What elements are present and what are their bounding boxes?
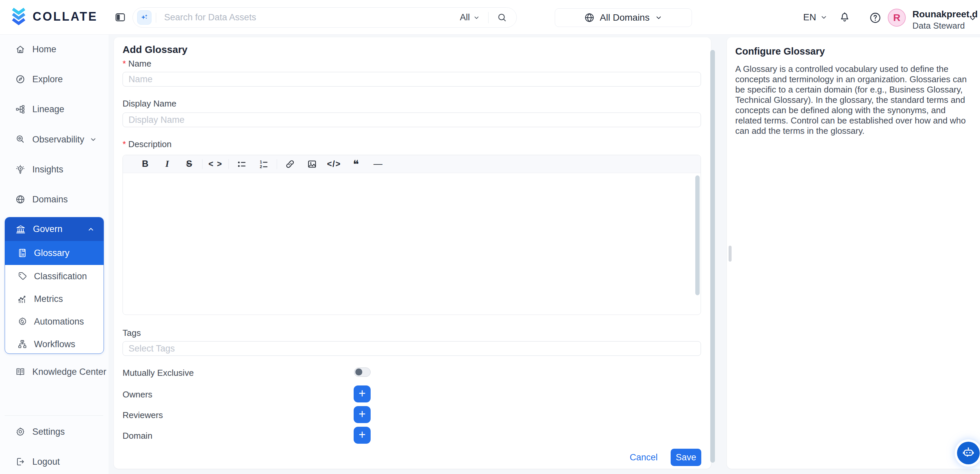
toggle-knob (355, 369, 362, 375)
numbered-list-icon: 1 2 (259, 159, 269, 169)
search-scope-dropdown[interactable]: All (460, 12, 480, 23)
sidebar-item-label: Observability (32, 135, 84, 145)
numbered-list-button[interactable]: 1 2 (253, 157, 275, 171)
sidebar-item-insights[interactable]: Insights (0, 159, 108, 180)
search-scope-label: All (460, 12, 470, 23)
sidebar-item-classification[interactable]: Classification (5, 265, 103, 288)
sparkle-icon (140, 13, 149, 22)
workflow-icon (18, 339, 27, 349)
chevron-down-icon (820, 13, 828, 21)
bold-button[interactable]: B (134, 157, 156, 171)
tags-icon (18, 271, 27, 281)
required-marker: * (123, 139, 126, 149)
name-input[interactable] (123, 72, 701, 87)
sidebar-item-knowledge-center[interactable]: Knowledge Center (0, 362, 108, 382)
bullet-list-icon (237, 159, 247, 169)
sidebar-item-logout[interactable]: Logout (0, 452, 108, 472)
sidebar-item-automations[interactable]: Automations (5, 310, 103, 333)
name-label: *Name (123, 59, 151, 69)
domains-filter-button[interactable]: All Domains (555, 8, 692, 27)
image-button[interactable] (301, 157, 323, 171)
chevron-down-icon (473, 14, 480, 21)
chat-assistant-button[interactable] (957, 442, 980, 464)
sidebar-item-label: Classification (34, 271, 87, 282)
lineage-icon (15, 104, 25, 114)
collate-logo[interactable]: COLLATE (10, 7, 97, 26)
glossary-book-icon (18, 248, 27, 258)
search-submit-icon[interactable] (497, 13, 507, 23)
panel-resize-handle[interactable] (729, 246, 732, 262)
sidebar-divider (5, 415, 103, 416)
sidebar-item-label: Metrics (34, 294, 63, 304)
notifications-button[interactable] (838, 11, 851, 24)
cancel-button[interactable]: Cancel (630, 452, 658, 463)
reviewers-label: Reviewers (123, 410, 163, 420)
strikethrough-button[interactable]: S (178, 157, 200, 171)
add-owner-button[interactable]: + (354, 385, 371, 402)
display-name-input[interactable] (123, 113, 701, 127)
main-content-scrollbar[interactable] (710, 50, 715, 463)
editor-toolbar: B I S < > 1 2 (123, 155, 701, 173)
horizontal-rule-button[interactable]: — (367, 157, 389, 171)
collate-logo-icon (10, 7, 28, 26)
govern-menu-card: Govern Glossary Classif (5, 217, 104, 354)
globe-icon (584, 12, 595, 23)
domains-filter-label: All Domains (600, 12, 649, 23)
user-name: Rounakpreet.d (912, 9, 978, 20)
sidebar-item-domains[interactable]: Domains (0, 189, 108, 209)
editor-scrollbar[interactable] (695, 175, 700, 295)
chevron-down-icon (89, 135, 97, 143)
sidebar-item-govern[interactable]: Govern (5, 217, 103, 241)
lightbulb-icon (15, 164, 25, 174)
sidebar-item-observability[interactable]: Observability (0, 129, 108, 150)
panel-title: Configure Glossary (735, 46, 825, 57)
inline-code-button[interactable]: < > (204, 157, 226, 171)
save-button[interactable]: Save (671, 449, 701, 466)
quote-button[interactable]: ❝ (345, 157, 367, 171)
toolbar-divider (202, 159, 202, 169)
sidebar-item-explore[interactable]: Explore (0, 69, 108, 89)
sidebar-item-label: Domains (32, 194, 68, 205)
description-label: *Description (123, 139, 172, 150)
sidebar-item-workflows[interactable]: Workflows (5, 333, 103, 354)
user-menu-chevron-icon[interactable] (968, 14, 977, 23)
tags-input[interactable] (123, 341, 701, 356)
global-search-bar[interactable]: All (132, 7, 517, 28)
add-glossary-form-card: Add Glossary *Name Display Name *Descrip… (114, 37, 711, 469)
link-button[interactable] (279, 157, 301, 171)
brand-name: COLLATE (33, 10, 97, 24)
sidebar-item-label: Automations (34, 317, 84, 327)
domain-label: Domain (123, 431, 153, 441)
language-selector[interactable]: EN (803, 12, 828, 23)
bank-icon (15, 224, 26, 235)
home-icon (15, 44, 25, 54)
help-button[interactable] (869, 12, 881, 24)
mutually-exclusive-toggle[interactable] (354, 367, 371, 377)
sidebar-item-label: Settings (32, 427, 65, 437)
app-screen: COLLATE All (0, 0, 980, 474)
sidebar-toggle-icon[interactable] (115, 12, 126, 23)
logout-icon (15, 457, 25, 467)
sidebar-item-lineage[interactable]: Lineage (0, 99, 108, 119)
open-book-icon (15, 367, 25, 377)
language-label: EN (803, 12, 816, 23)
sidebar-item-home[interactable]: Home (0, 39, 108, 59)
code-block-button[interactable]: </> (323, 157, 345, 171)
ai-search-icon[interactable] (137, 10, 151, 25)
user-avatar[interactable]: R (888, 9, 906, 27)
italic-button[interactable]: I (156, 157, 178, 171)
sidebar-item-glossary[interactable]: Glossary (5, 241, 103, 265)
description-editor-content[interactable] (123, 173, 701, 315)
search-input[interactable] (164, 12, 460, 23)
svg-text:2: 2 (260, 164, 262, 169)
sidebar-item-label: Glossary (34, 248, 70, 258)
user-role: Data Steward (912, 21, 965, 31)
left-sidebar: Home Explore Lineage (0, 35, 108, 474)
add-domain-button[interactable]: + (354, 427, 371, 444)
bullet-list-button[interactable] (231, 157, 253, 171)
sidebar-item-metrics[interactable]: Metrics (5, 288, 103, 310)
add-reviewer-button[interactable]: + (354, 406, 371, 423)
sidebar-item-settings[interactable]: Settings (0, 422, 108, 442)
tags-label: Tags (123, 328, 141, 338)
question-circle-icon (869, 12, 881, 24)
